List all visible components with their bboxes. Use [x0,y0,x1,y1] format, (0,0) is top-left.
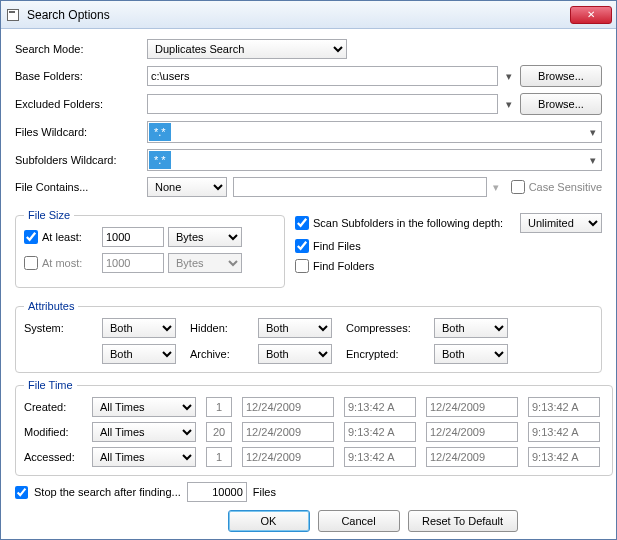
at-most-input[interactable] [102,253,164,273]
accessed-date2[interactable] [426,447,518,467]
modified-time1[interactable] [344,422,416,442]
accessed-time2[interactable] [528,447,600,467]
label-files-suffix: Files [253,486,276,498]
cancel-button[interactable]: Cancel [318,510,400,532]
label-excluded-folders: Excluded Folders: [15,98,141,110]
accessed-mode-select[interactable]: All Times [92,447,196,467]
scan-subfolders-checkbox[interactable] [295,216,309,230]
compresses-select[interactable]: Both [434,318,508,338]
readonly-select[interactable]: Both [102,344,176,364]
legend-file-size: File Size [24,209,74,221]
attributes-group: Attributes System: Both Hidden: Both Com… [15,300,602,373]
stop-after-checkbox[interactable] [15,486,28,499]
at-most-checkbox[interactable] [24,256,38,270]
content-area: Search Mode: Duplicates Search Base Fold… [1,29,616,539]
label-created: Created: [24,401,86,413]
label-subfolders-wildcard: Subfolders Wildcard: [15,154,141,166]
label-system: System: [24,322,94,334]
label-stop-after: Stop the search after finding... [34,486,181,498]
chevron-down-icon[interactable]: ▾ [493,181,499,194]
titlebar: Search Options ✕ [1,1,616,29]
window-title: Search Options [27,8,570,22]
legend-attributes: Attributes [24,300,78,312]
scan-options: Scan Subfolders in the following depth: … [295,203,602,294]
label-archive: Archive: [190,348,250,360]
at-most-unit-select[interactable]: Bytes [168,253,242,273]
modified-n-input[interactable] [206,422,232,442]
dialog-window: Search Options ✕ Search Mode: Duplicates… [0,0,617,540]
file-contains-select[interactable]: None [147,177,227,197]
depth-select[interactable]: Unlimited [520,213,602,233]
label-find-files: Find Files [313,240,361,252]
label-base-folders: Base Folders: [15,70,141,82]
system-select[interactable]: Both [102,318,176,338]
at-least-checkbox[interactable] [24,230,38,244]
modified-time2[interactable] [528,422,600,442]
modified-date1[interactable] [242,422,334,442]
created-mode-select[interactable]: All Times [92,397,196,417]
label-files-wildcard: Files Wildcard: [15,126,141,138]
label-at-least: At least: [42,231,98,243]
close-icon: ✕ [587,9,595,20]
excluded-folders-input[interactable] [147,94,498,114]
legend-file-time: File Time [24,379,77,391]
accessed-date1[interactable] [242,447,334,467]
label-at-most: At most: [42,257,98,269]
close-button[interactable]: ✕ [570,6,612,24]
label-hidden: Hidden: [190,322,250,334]
browse-excluded-button[interactable]: Browse... [520,93,602,115]
ok-button[interactable]: OK [228,510,310,532]
stop-after-input[interactable] [187,482,247,502]
file-contains-input[interactable] [233,177,487,197]
label-accessed: Accessed: [24,451,86,463]
accessed-time1[interactable] [344,447,416,467]
find-folders-checkbox[interactable] [295,259,309,273]
created-date2[interactable] [426,397,518,417]
created-date1[interactable] [242,397,334,417]
reset-button[interactable]: Reset To Default [408,510,518,532]
find-files-checkbox[interactable] [295,239,309,253]
search-mode-select[interactable]: Duplicates Search [147,39,347,59]
created-n-input[interactable] [206,397,232,417]
file-size-group: File Size At least: Bytes At most: Bytes [15,209,285,288]
chevron-down-icon[interactable]: ▾ [586,154,600,167]
base-folders-input[interactable] [147,66,498,86]
modified-date2[interactable] [426,422,518,442]
modified-mode-select[interactable]: All Times [92,422,196,442]
files-wildcard-input[interactable]: *.* ▾ [147,121,602,143]
archive-select[interactable]: Both [258,344,332,364]
wildcard-badge: *.* [149,151,171,169]
wildcard-badge: *.* [149,123,171,141]
at-least-input[interactable] [102,227,164,247]
browse-base-button[interactable]: Browse... [520,65,602,87]
label-find-folders: Find Folders [313,260,374,272]
label-search-mode: Search Mode: [15,43,141,55]
file-time-group: File Time Created: All Times Modified: A… [15,379,613,476]
chevron-down-icon[interactable]: ▾ [506,70,512,83]
created-time2[interactable] [528,397,600,417]
at-least-unit-select[interactable]: Bytes [168,227,242,247]
label-file-contains: File Contains... [15,181,141,193]
label-scan-subfolders: Scan Subfolders in the following depth: [313,217,503,229]
chevron-down-icon[interactable]: ▾ [506,98,512,111]
chevron-down-icon[interactable]: ▾ [586,126,600,139]
subfolders-wildcard-input[interactable]: *.* ▾ [147,149,602,171]
created-time1[interactable] [344,397,416,417]
label-encrypted: Encrypted: [346,348,426,360]
encrypted-select[interactable]: Both [434,344,508,364]
accessed-n-input[interactable] [206,447,232,467]
app-icon [5,7,21,23]
label-modified: Modified: [24,426,86,438]
hidden-select[interactable]: Both [258,318,332,338]
label-case-sensitive: Case Sensitive [529,181,602,193]
case-sensitive-checkbox[interactable] [511,180,525,194]
label-compresses: Compresses: [346,322,426,334]
